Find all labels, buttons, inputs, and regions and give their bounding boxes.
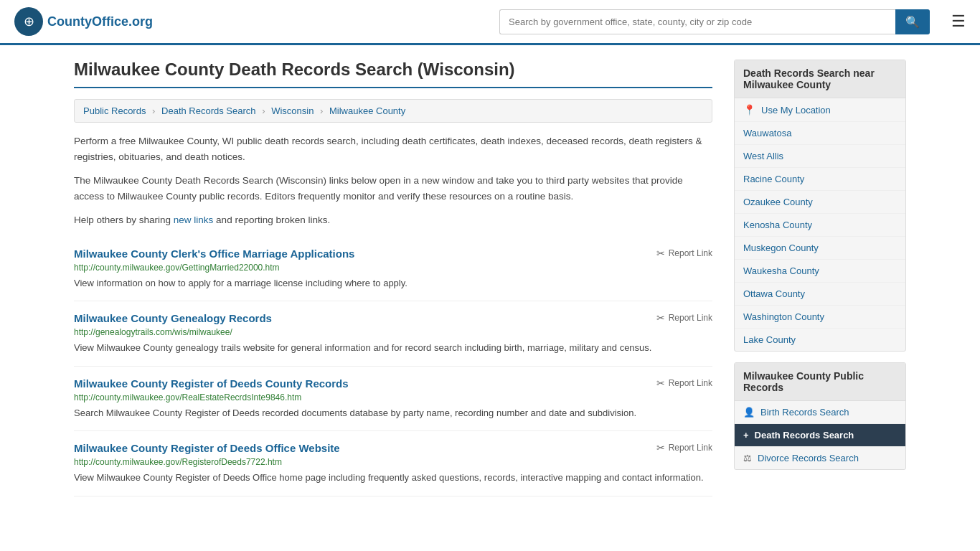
logo-text: CountyOffice.org [47,14,153,29]
result-item: Milwaukee County Register of Deeds Count… [74,367,712,432]
new-links-link[interactable]: new links [174,215,214,225]
report-link[interactable]: ✂ Report Link [656,248,712,259]
nearby-link[interactable]: West Allis [743,151,783,161]
result-url: http://county.milwaukee.gov/GettingMarri… [74,263,712,273]
nearby-link[interactable]: Ozaukee County [743,197,813,207]
nearby-section: Death Records Search near Milwaukee Coun… [734,60,906,352]
content-area: Milwaukee County Death Records Search (W… [74,60,712,496]
menu-icon: ☰ [951,12,966,30]
result-desc: View Milwaukee County genealogy trails w… [74,341,712,355]
result-desc: Search Milwaukee County Register of Deed… [74,406,712,420]
death-records-link[interactable]: Death Records Search [755,430,854,441]
result-desc: View information on how to apply for a m… [74,276,712,291]
nearby-waukesha-county[interactable]: Waukesha County [735,260,905,283]
result-item: Milwaukee County Register of Deeds Offic… [74,431,712,496]
nearby-link[interactable]: Washington County [743,311,824,322]
breadcrumb-wisconsin[interactable]: Wisconsin [271,105,314,116]
breadcrumb-public-records[interactable]: Public Records [83,105,146,116]
nearby-muskegon-county[interactable]: Muskegon County [735,237,905,260]
report-icon: ✂ [656,377,665,389]
result-title[interactable]: Milwaukee County Genealogy Records [74,312,272,324]
result-item: Milwaukee County Clerk's Office Marriage… [74,237,712,302]
search-icon: 🔍 [905,16,920,28]
nearby-lake-county[interactable]: Lake County [735,329,905,351]
report-link[interactable]: ✂ Report Link [656,442,712,453]
nearby-ozaukee-county[interactable]: Ozaukee County [735,191,905,214]
nearby-section-title: Death Records Search near Milwaukee Coun… [735,60,905,98]
location-icon: 📍 [743,104,755,116]
nearby-washington-county[interactable]: Washington County [735,306,905,329]
nearby-ottawa-county[interactable]: Ottawa County [735,283,905,306]
result-url: http://genealogytrails.com/wis/milwaukee… [74,327,712,337]
report-icon: ✂ [656,442,665,453]
nearby-link[interactable]: Muskegon County [743,242,819,253]
site-logo[interactable]: ⊕ CountyOffice.org [14,7,153,36]
plus-icon: + [743,430,749,441]
menu-button[interactable]: ☰ [951,12,966,31]
nearby-racine-county[interactable]: Racine County [735,168,905,191]
nearby-link[interactable]: Racine County [743,174,804,184]
result-title[interactable]: Milwaukee County Register of Deeds Count… [74,377,349,390]
result-title[interactable]: Milwaukee County Register of Deeds Offic… [74,442,340,454]
nearby-link[interactable]: Kenosha County [743,220,812,230]
nearby-link[interactable]: Lake County [743,334,796,345]
breadcrumb-death-records[interactable]: Death Records Search [161,105,256,116]
description-para1: Perform a free Milwaukee County, WI publ… [74,133,712,164]
public-records-section: Milwaukee County Public Records 👤 Birth … [734,362,906,470]
description-para2: The Milwaukee County Death Records Searc… [74,173,712,204]
birth-records-link[interactable]: Birth Records Search [760,407,849,418]
result-item: Milwaukee County Genealogy Records ✂ Rep… [74,301,712,367]
report-link[interactable]: ✂ Report Link [656,377,712,389]
result-url: http://county.milwaukee.gov/RegisterofDe… [74,457,712,467]
main-container: Milwaukee County Death Records Search (W… [60,45,920,511]
nearby-west-allis[interactable]: West Allis [735,145,905,168]
search-bar: 🔍 [499,9,930,34]
nearby-link[interactable]: Wauwatosa [743,128,791,138]
report-icon: ✂ [656,312,665,324]
breadcrumb-milwaukee-county[interactable]: Milwaukee County [329,105,405,116]
sidebar-divorce-records[interactable]: ⚖ Divorce Records Search [735,447,905,469]
search-input[interactable] [499,9,895,34]
report-icon: ✂ [656,248,665,259]
use-my-location[interactable]: 📍 Use My Location [735,98,905,122]
nearby-link[interactable]: Ottawa County [743,288,805,299]
nearby-wauwatosa[interactable]: Wauwatosa [735,122,905,145]
sidebar-death-records[interactable]: + Death Records Search [735,424,905,447]
search-button[interactable]: 🔍 [895,9,930,34]
sidebar-birth-records[interactable]: 👤 Birth Records Search [735,401,905,424]
breadcrumb: Public Records › Death Records Search › … [74,99,712,123]
use-my-location-link[interactable]: Use My Location [761,105,831,116]
page-title: Milwaukee County Death Records Search (W… [74,60,712,88]
description-para3: Help others by sharing new links and rep… [74,212,712,228]
sidebar: Death Records Search near Milwaukee Coun… [734,60,906,496]
nearby-kenosha-county[interactable]: Kenosha County [735,214,905,237]
result-desc: View Milwaukee County Register of Deeds … [74,471,712,485]
results-list: Milwaukee County Clerk's Office Marriage… [74,237,712,496]
result-title[interactable]: Milwaukee County Clerk's Office Marriage… [74,248,354,260]
result-url: http://county.milwaukee.gov/RealEstateRe… [74,392,712,402]
logo-icon: ⊕ [14,7,43,36]
public-records-title: Milwaukee County Public Records [735,363,905,401]
nearby-link[interactable]: Waukesha County [743,265,819,276]
person-icon: 👤 [743,407,755,418]
site-header: ⊕ CountyOffice.org 🔍 ☰ [0,0,980,45]
report-link[interactable]: ✂ Report Link [656,312,712,324]
scales-icon: ⚖ [743,453,752,463]
divorce-records-link[interactable]: Divorce Records Search [758,453,859,463]
